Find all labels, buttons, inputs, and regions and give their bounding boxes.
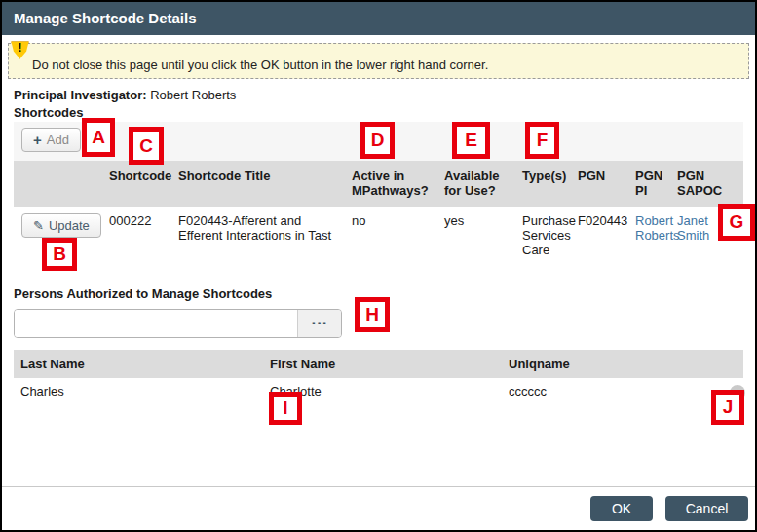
header-pgn-pi: PGN PI — [635, 161, 677, 207]
header-shortcode: Shortcode — [109, 161, 178, 207]
annotation-box-b: B — [42, 238, 77, 271]
header-active-in-mpathways: Active in MPathways? — [352, 161, 444, 207]
add-button[interactable]: + Add — [21, 128, 81, 152]
header-action — [14, 161, 109, 207]
update-button[interactable]: ✎ Update — [21, 213, 101, 238]
annotation-box-i: I — [269, 392, 302, 425]
persons-table-header: Last Name First Name Uniqname — [14, 350, 743, 378]
cell-active-in-mpathways: no — [352, 207, 444, 280]
person-search-input[interactable] — [15, 310, 297, 337]
header-first-name: First Name — [263, 350, 502, 378]
shortcodes-section-label: Shortcodes — [14, 105, 749, 120]
dialog-footer: OK Cancel — [2, 486, 755, 530]
shortcode-table-row: ✎ Update 000222 F020443-Afferent and Eff… — [14, 207, 743, 280]
edit-icon: ✎ — [33, 218, 44, 233]
principal-investigator-line: Principal Investigator: Robert Roberts — [14, 88, 749, 102]
cell-pgn: F020443 — [578, 207, 635, 280]
lookup-dots-button[interactable]: ... — [297, 310, 341, 337]
header-uniqname: Uniqname — [502, 350, 701, 378]
principal-investigator-label: Principal Investigator: — [14, 88, 147, 102]
annotation-box-h: H — [355, 297, 390, 332]
cell-shortcode: 000222 — [109, 207, 178, 280]
annotation-box-d: D — [360, 122, 395, 159]
manage-shortcode-dialog: Manage Shortcode Details ! Do not close … — [0, 0, 757, 532]
pgn-pi-link[interactable]: Robert Roberts — [635, 213, 680, 243]
annotation-box-e: E — [452, 122, 490, 159]
cell-types: Purchase Services Care — [522, 207, 578, 280]
add-button-label: Add — [47, 133, 69, 147]
update-button-label: Update — [49, 218, 90, 233]
header-types: Type(s) — [522, 161, 578, 207]
warning-text: Do not close this page until you click t… — [32, 57, 488, 72]
principal-investigator-value: Robert Roberts — [150, 88, 236, 102]
cell-last-name: Charles — [14, 378, 263, 417]
header-shortcode-title: Shortcode Title — [178, 161, 352, 207]
persons-table: Last Name First Name Uniqname Charles Ch… — [14, 350, 743, 417]
cancel-button[interactable]: Cancel — [665, 496, 748, 521]
header-pgn: PGN — [578, 161, 635, 207]
warning-icon: ! — [11, 41, 29, 59]
cell-shortcode-title: F020443-Afferent and Efferent Interactio… — [178, 207, 352, 280]
annotation-box-c: C — [129, 127, 164, 165]
person-search-group: ... — [14, 309, 342, 338]
header-available-for-use: Available for Use? — [444, 161, 522, 207]
annotation-box-a: A — [82, 118, 115, 157]
cell-available-for-use: yes — [444, 207, 522, 280]
plus-icon: + — [33, 133, 42, 146]
annotation-box-g: G — [718, 204, 755, 241]
dialog-title: Manage Shortcode Details — [2, 2, 755, 35]
pgn-sapoc-link[interactable]: Janet Smith — [677, 213, 709, 243]
shortcode-table-header: Shortcode Shortcode Title Active in MPat… — [14, 161, 743, 207]
cell-uniqname: cccccc — [502, 378, 701, 417]
header-pgn-sapoc: PGN SAPOC — [677, 161, 743, 207]
persons-table-row: Charles Charlotte cccccc ✕ — [14, 378, 743, 417]
header-remove — [701, 350, 743, 378]
warning-banner: ! Do not close this page until you click… — [8, 43, 749, 79]
annotation-box-f: F — [525, 122, 559, 159]
header-last-name: Last Name — [14, 350, 263, 378]
annotation-box-j: J — [711, 390, 744, 425]
ok-button[interactable]: OK — [590, 496, 653, 521]
